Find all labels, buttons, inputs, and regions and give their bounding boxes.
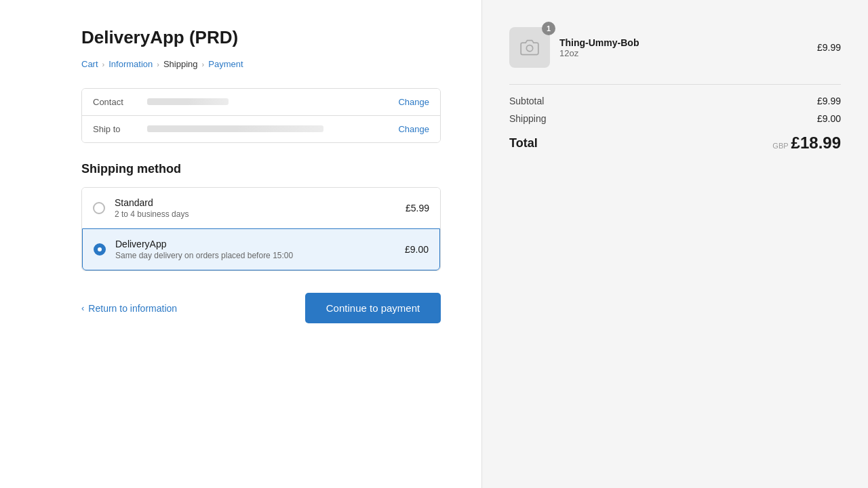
order-totals: Subtotal £9.99 Shipping £9.00 Total GBP£…: [509, 96, 841, 152]
shipping-cost-value: £9.00: [817, 113, 841, 124]
continue-to-payment-button[interactable]: Continue to payment: [305, 293, 441, 323]
contact-info-box: Contact Change Ship to Change: [81, 88, 441, 143]
breadcrumb-sep-3: ›: [202, 60, 205, 68]
order-summary-panel: 1 Thing-Ummy-Bob 12oz £9.99 Subtotal £9.…: [481, 0, 868, 488]
breadcrumb: Cart › Information › Shipping › Payment: [81, 59, 441, 69]
option-price-standard: £5.99: [406, 203, 429, 214]
shipping-option-standard[interactable]: Standard 2 to 4 business days £5.99: [82, 188, 440, 228]
option-desc-standard: 2 to 4 business days: [115, 209, 406, 219]
total-label: Total: [509, 136, 538, 150]
breadcrumb-payment[interactable]: Payment: [208, 59, 243, 69]
return-link-label: Return to information: [88, 303, 177, 314]
svg-point-0: [526, 45, 532, 52]
option-desc-deliveryapp: Same day delivery on orders placed befor…: [115, 251, 405, 260]
item-image-wrap: 1: [509, 27, 550, 68]
shipto-row: Ship to Change: [82, 115, 440, 142]
item-quantity-badge: 1: [542, 22, 555, 35]
subtotal-row: Subtotal £9.99: [509, 96, 841, 106]
item-variant: 12oz: [559, 48, 808, 58]
contact-change-link[interactable]: Change: [398, 97, 429, 107]
shipto-change-link[interactable]: Change: [398, 124, 429, 134]
option-details-deliveryapp: DeliveryApp Same day delivery on orders …: [115, 239, 405, 260]
radio-standard: [93, 202, 105, 214]
shipto-redacted: [147, 125, 323, 132]
subtotal-label: Subtotal: [509, 96, 544, 106]
shipping-method-title: Shipping method: [81, 162, 441, 176]
camera-icon: [520, 38, 539, 57]
radio-deliveryapp: [94, 243, 106, 256]
shipping-option-deliveryapp[interactable]: DeliveryApp Same day delivery on orders …: [82, 228, 440, 270]
form-actions: ‹ Return to information Continue to paym…: [81, 293, 441, 323]
option-details-standard: Standard 2 to 4 business days: [115, 197, 406, 219]
subtotal-value: £9.99: [817, 96, 841, 106]
shipping-cost-label: Shipping: [509, 113, 547, 124]
shipto-value: [147, 124, 398, 134]
app-title: DeliveryApp (PRD): [81, 27, 441, 48]
item-info: Thing-Ummy-Bob 12oz: [559, 37, 808, 58]
breadcrumb-information[interactable]: Information: [108, 59, 153, 69]
breadcrumb-cart[interactable]: Cart: [81, 59, 98, 69]
breadcrumb-shipping: Shipping: [163, 59, 198, 69]
chevron-left-icon: ‹: [81, 303, 84, 313]
total-amount: £18.99: [791, 134, 841, 152]
currency-label: GBP: [772, 142, 788, 150]
item-name: Thing-Ummy-Bob: [559, 37, 808, 48]
contact-row: Contact Change: [82, 89, 440, 115]
contact-value: [147, 97, 398, 107]
checkout-left-panel: DeliveryApp (PRD) Cart › Information › S…: [0, 0, 481, 488]
option-name-standard: Standard: [115, 197, 406, 208]
total-row: Total GBP£18.99: [509, 134, 841, 152]
item-price: £9.99: [817, 42, 841, 53]
breadcrumb-sep-1: ›: [102, 60, 105, 68]
option-name-deliveryapp: DeliveryApp: [115, 239, 405, 249]
shipping-options-list: Standard 2 to 4 business days £5.99 Deli…: [81, 187, 441, 271]
contact-redacted: [147, 98, 229, 105]
contact-label: Contact: [93, 97, 147, 107]
return-to-information-link[interactable]: ‹ Return to information: [81, 303, 177, 314]
order-divider-1: [509, 84, 841, 85]
breadcrumb-sep-2: ›: [157, 60, 159, 68]
shipping-row: Shipping £9.00: [509, 113, 841, 124]
shipto-label: Ship to: [93, 124, 147, 134]
order-item: 1 Thing-Ummy-Bob 12oz £9.99: [509, 27, 841, 68]
total-value: GBP£18.99: [772, 134, 841, 152]
option-price-deliveryapp: £9.00: [405, 244, 429, 255]
